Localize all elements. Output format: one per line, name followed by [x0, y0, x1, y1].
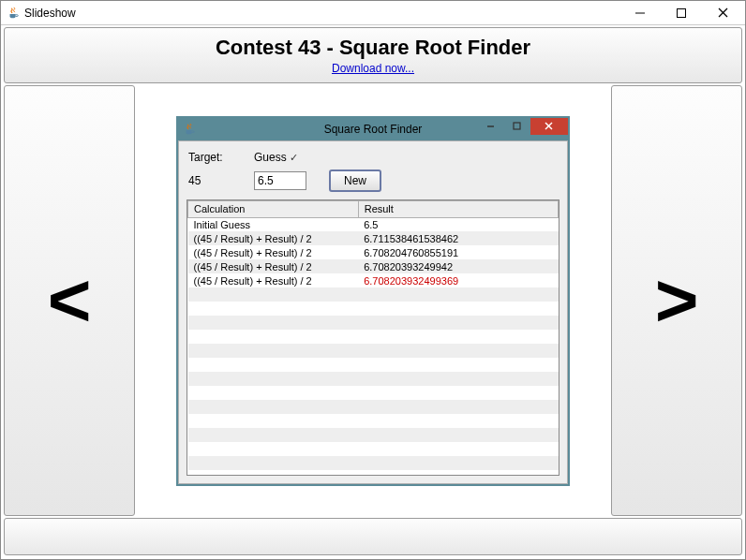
cell-calculation: ((45 / Result) + Result) / 2	[188, 245, 359, 259]
prev-button[interactable]: <	[4, 85, 135, 516]
cell-calculation	[188, 470, 359, 476]
cell-calculation	[188, 442, 359, 456]
table-row[interactable]	[188, 470, 559, 476]
maximize-button[interactable]	[661, 1, 702, 24]
download-link[interactable]: Download now...	[332, 62, 414, 75]
table-row[interactable]: Initial Guess6.5	[188, 217, 559, 231]
content-row: < Square Root Finder	[1, 85, 745, 516]
cell-result	[358, 372, 558, 386]
cell-result	[358, 287, 558, 302]
cell-result	[358, 344, 558, 358]
results-table: Calculation Result Initial Guess6.5((45 …	[187, 200, 559, 476]
table-row[interactable]: ((45 / Result) + Result) / 26.7082039324…	[188, 273, 559, 287]
table-row[interactable]	[188, 344, 559, 358]
cell-result	[358, 428, 558, 442]
table-row[interactable]	[188, 442, 559, 456]
close-button[interactable]	[702, 1, 743, 24]
col-result[interactable]: Result	[358, 200, 558, 217]
cell-calculation	[188, 414, 359, 428]
table-row[interactable]	[188, 372, 559, 386]
minimize-button[interactable]	[619, 1, 661, 24]
cell-result	[358, 456, 558, 470]
table-row[interactable]: ((45 / Result) + Result) / 26.7115384615…	[188, 231, 559, 245]
inner-close-button[interactable]	[530, 118, 568, 135]
cell-result: 6.708204760855191	[358, 245, 558, 259]
cell-result	[358, 400, 558, 414]
cell-calculation: ((45 / Result) + Result) / 2	[188, 273, 359, 287]
table-row[interactable]	[188, 330, 559, 344]
target-value: 45	[188, 174, 254, 187]
window-titlebar: Slideshow	[1, 1, 745, 25]
cell-calculation	[188, 330, 359, 344]
svg-rect-1	[678, 8, 686, 17]
table-row[interactable]	[188, 358, 559, 372]
table-row[interactable]	[188, 400, 559, 414]
new-button[interactable]: New	[329, 169, 381, 192]
table-row[interactable]	[188, 386, 559, 400]
inner-form: Target: Guess 45 New	[179, 141, 567, 196]
cell-calculation	[188, 372, 359, 386]
inner-body: Target: Guess 45 New Calculation Result	[178, 140, 568, 484]
cell-result: 6.70820393249942	[358, 259, 558, 273]
java-icon	[183, 123, 196, 136]
cell-calculation	[188, 316, 359, 330]
cell-result	[358, 330, 558, 344]
cell-calculation	[188, 400, 359, 414]
cell-calculation	[188, 287, 359, 302]
table-row[interactable]	[188, 302, 559, 316]
cell-calculation	[188, 386, 359, 400]
page-title: Contest 43 - Square Root Finder	[216, 36, 530, 60]
cell-result: 6.711538461538462	[358, 231, 558, 245]
cell-result	[358, 358, 558, 372]
cell-result	[358, 442, 558, 456]
cell-result	[358, 302, 558, 316]
guess-input[interactable]	[254, 171, 306, 190]
svg-rect-5	[514, 123, 520, 129]
table-row[interactable]: ((45 / Result) + Result) / 26.7082039324…	[188, 259, 559, 273]
table-row[interactable]	[188, 287, 559, 302]
cell-calculation	[188, 344, 359, 358]
table-row[interactable]	[188, 316, 559, 330]
header-panel: Contest 43 - Square Root Finder Download…	[4, 27, 742, 83]
cell-result	[358, 414, 558, 428]
cell-calculation: ((45 / Result) + Result) / 2	[188, 259, 359, 273]
cell-result	[358, 316, 558, 330]
next-button[interactable]: >	[611, 85, 742, 516]
cell-result	[358, 386, 558, 400]
inner-window: Square Root Finder Target: Guess	[176, 116, 570, 486]
cell-result: 6.5	[358, 217, 558, 231]
footer-panel[interactable]	[4, 518, 742, 555]
window-title: Slideshow	[24, 7, 76, 20]
cell-result	[358, 470, 558, 476]
results-table-wrap: Calculation Result Initial Guess6.5((45 …	[186, 199, 560, 476]
cell-calculation	[188, 358, 359, 372]
cell-calculation	[188, 456, 359, 470]
java-icon	[7, 7, 20, 20]
slide-content: Square Root Finder Target: Guess	[139, 95, 607, 507]
cell-calculation	[188, 302, 359, 316]
col-calculation[interactable]: Calculation	[188, 200, 359, 217]
table-row[interactable]: ((45 / Result) + Result) / 26.7082047608…	[188, 245, 559, 259]
guess-label: Guess	[254, 151, 329, 164]
cell-calculation: ((45 / Result) + Result) / 2	[188, 231, 359, 245]
cell-calculation: Initial Guess	[188, 217, 359, 231]
inner-titlebar: Square Root Finder	[178, 118, 568, 140]
table-row[interactable]	[188, 456, 559, 470]
cell-calculation	[188, 428, 359, 442]
cell-result: 6.708203932499369	[358, 273, 558, 287]
inner-minimize-button[interactable]	[478, 118, 504, 135]
inner-maximize-button[interactable]	[504, 118, 530, 135]
table-row[interactable]	[188, 414, 559, 428]
target-label: Target:	[188, 151, 254, 164]
table-row[interactable]	[188, 428, 559, 442]
